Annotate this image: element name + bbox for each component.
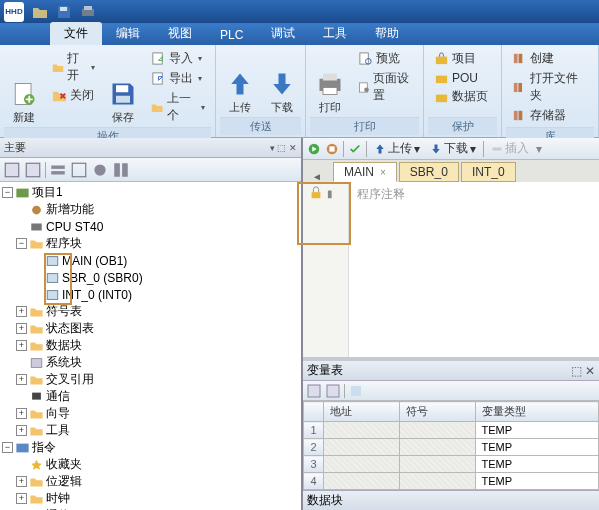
expand-icon[interactable]: + [16,306,27,317]
tree-item[interactable]: 数据块 [46,337,82,354]
tree-item[interactable]: 状态图表 [46,320,94,337]
expand-icon[interactable]: + [16,340,27,351]
tab-close-icon[interactable]: × [380,167,386,178]
tab-sbr[interactable]: SBR_0 [399,162,459,182]
table-row[interactable]: 1TEMP [304,422,599,439]
tb3-icon[interactable] [49,161,67,179]
tree-item-sbr[interactable]: SBR_0 (SBR0) [62,271,143,285]
new-button[interactable]: 新建 [4,47,44,127]
tree-item[interactable]: CPU ST40 [46,220,103,234]
tree-item[interactable]: 时钟 [46,490,70,507]
variable-table[interactable]: 地址 符号 变量类型 1TEMP2TEMP3TEMP4TEMP [303,401,599,490]
pou-button[interactable]: POU [430,69,492,86]
pane-close-icon[interactable]: ⬚ ✕ [571,364,595,378]
svg-rect-39 [31,358,42,367]
tb4-icon[interactable] [70,161,88,179]
code-editor[interactable]: ▮ 程序注释 [303,182,599,357]
qat-print-icon[interactable] [80,4,96,20]
svg-rect-16 [436,57,447,65]
tb-upload-button[interactable]: 上传 ▾ [371,139,423,158]
stop-icon[interactable] [325,142,339,156]
expand-icon[interactable]: − [2,187,13,198]
tree-item[interactable]: 符号表 [46,303,82,320]
run-icon[interactable] [307,142,321,156]
tb5-icon[interactable] [91,161,109,179]
expand-icon[interactable]: − [16,238,27,249]
check-icon[interactable] [348,142,362,156]
print-button[interactable]: 打印 [310,47,350,117]
tb-download-button[interactable]: 下载 ▾ [427,139,479,158]
expand-icon[interactable]: + [16,323,27,334]
project-tree[interactable]: −项目1 新增功能 CPU ST40 −程序块 MAIN (OB1) SBR_0… [0,182,301,510]
vt-btn1-icon[interactable] [306,383,322,399]
prev-button[interactable]: 上一个 [147,89,209,125]
col-rownum[interactable] [304,402,324,422]
tree-root[interactable]: 项目1 [32,184,63,201]
tab-int[interactable]: INT_0 [461,162,516,182]
qat-save-icon[interactable] [56,4,72,20]
save-button[interactable]: 保存 [103,47,143,127]
expand-icon[interactable]: + [16,374,27,385]
tree-item[interactable]: 收藏夹 [46,456,82,473]
svg-rect-27 [51,165,65,168]
table-row[interactable]: 3TEMP [304,456,599,473]
svg-rect-47 [308,385,320,397]
program-comment[interactable]: 程序注释 [357,186,405,203]
tb6-icon[interactable] [112,161,130,179]
tree-item[interactable]: 程序块 [46,235,82,252]
menu-file[interactable]: 文件 [50,22,102,45]
col-symbol[interactable]: 符号 [399,402,475,422]
expand-icon[interactable]: + [16,408,27,419]
expand-icon[interactable]: − [2,442,13,453]
col-type[interactable]: 变量类型 [475,402,598,422]
open-button[interactable]: 打开 [48,49,99,85]
import-button[interactable]: 导入 [147,49,209,68]
upload-button[interactable]: 上传 [220,47,260,117]
pane-opts-icon[interactable]: ▾ ⬚ ✕ [270,143,297,153]
createlib-button[interactable]: 创建 [508,49,592,68]
svg-rect-5 [116,85,128,92]
tb2-icon[interactable] [24,161,42,179]
menu-edit[interactable]: 编辑 [102,22,154,45]
col-address[interactable]: 地址 [324,402,400,422]
openfolder-button[interactable]: 打开文件夹 [508,69,592,105]
expand-icon[interactable]: + [16,493,27,504]
menu-help[interactable]: 帮助 [361,22,413,45]
qat-open-icon[interactable] [32,4,48,20]
menu-tools[interactable]: 工具 [309,22,361,45]
menu-plc[interactable]: PLC [206,25,257,45]
datapage-button[interactable]: 数据页 [430,87,492,106]
tree-root2[interactable]: 指令 [32,439,56,456]
vt-btn2-icon[interactable] [325,383,341,399]
tb1-icon[interactable] [3,161,21,179]
tree-item[interactable]: 工具 [46,422,70,439]
editor-gutter [303,182,349,357]
project-button[interactable]: 项目 [430,49,492,68]
tree-item[interactable]: 通信 [46,388,70,405]
tree-item[interactable]: 系统块 [46,354,82,371]
datablock-header[interactable]: 数据块 [303,490,599,510]
close-button[interactable]: 关闭 [48,86,99,105]
storage-button[interactable]: 存储器 [508,106,592,125]
tree-item[interactable]: 交叉引用 [46,371,94,388]
download-button[interactable]: 下载 [262,47,302,117]
preview-icon [358,51,373,66]
tree-item[interactable]: 新增功能 [46,201,94,218]
export-button[interactable]: 导出 [147,69,209,88]
tab-scroll-left-icon[interactable]: ◄ [312,171,322,182]
vt-btn3-icon[interactable] [348,383,364,399]
tab-main[interactable]: MAIN× [333,162,397,182]
expand-icon[interactable]: + [16,425,27,436]
menu-view[interactable]: 视图 [154,22,206,45]
tree-item-main[interactable]: MAIN (OB1) [62,254,127,268]
pagesetup-button[interactable]: 页面设置 [354,69,417,105]
preview-button[interactable]: 预览 [354,49,417,68]
tree-item[interactable]: 向导 [46,405,70,422]
tb-insert-button[interactable]: 插入 [488,139,532,158]
menu-debug[interactable]: 调试 [257,22,309,45]
tree-item-int[interactable]: INT_0 (INT0) [62,288,132,302]
table-row[interactable]: 4TEMP [304,473,599,490]
expand-icon[interactable]: + [16,476,27,487]
tree-item[interactable]: 位逻辑 [46,473,82,490]
table-row[interactable]: 2TEMP [304,439,599,456]
